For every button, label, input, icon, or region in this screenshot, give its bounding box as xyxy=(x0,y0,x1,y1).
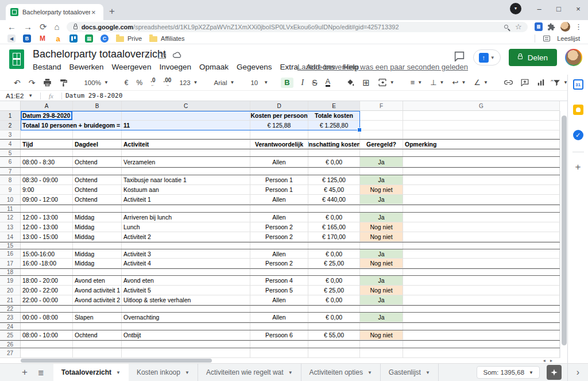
cell-B7[interactable] xyxy=(73,168,122,175)
cell-B19[interactable]: Avond eten xyxy=(73,276,122,286)
cell-A4[interactable]: Tijd xyxy=(21,140,73,149)
back-icon[interactable]: ← xyxy=(7,22,16,32)
cell-F11[interactable] xyxy=(360,205,403,212)
cell-E25[interactable]: € 55,00 xyxy=(308,330,360,340)
row-header-5[interactable]: 5 xyxy=(0,149,21,156)
cell-A7[interactable] xyxy=(21,168,73,175)
column-header-F[interactable]: F xyxy=(360,101,403,111)
cell-D15[interactable] xyxy=(250,243,308,249)
cell-F18[interactable] xyxy=(360,269,403,275)
cell-B20[interactable]: Avond activiteit 1 xyxy=(73,286,122,295)
bookmark-amazon[interactable]: a xyxy=(54,34,62,43)
cell-E2[interactable]: € 1.258,80 xyxy=(308,121,360,130)
cell-F16[interactable]: Ja xyxy=(360,249,403,259)
cell-C20[interactable]: Activiteit 5 xyxy=(122,286,250,295)
cell-G6[interactable] xyxy=(403,157,560,167)
cell-A27[interactable] xyxy=(21,348,73,358)
cell-G25[interactable] xyxy=(403,330,560,340)
move-to-folder-icon[interactable] xyxy=(158,51,166,61)
cloud-status-icon[interactable] xyxy=(173,51,182,61)
cell-E11[interactable] xyxy=(308,205,360,212)
reload-icon[interactable]: ⟳ xyxy=(40,22,47,32)
row-header-24[interactable]: 24 xyxy=(0,323,21,330)
cell-B25[interactable]: Ochtend xyxy=(73,330,122,340)
cell-D25[interactable]: Persoon 6 xyxy=(250,330,308,340)
tab-search-button[interactable]: ▾ xyxy=(510,3,521,14)
cell-A1[interactable]: Datum 29-8-2020 xyxy=(21,111,73,121)
cell-E1[interactable]: Totale kosten xyxy=(308,111,360,121)
cell-B9[interactable]: Ochtend xyxy=(73,185,122,195)
cell-A22[interactable] xyxy=(21,306,73,312)
cell-G10[interactable] xyxy=(403,195,560,205)
cell-A18[interactable] xyxy=(21,269,73,275)
cell-D6[interactable]: Allen xyxy=(250,157,308,167)
cell-F12[interactable]: Ja xyxy=(360,213,403,222)
cell-D26[interactable] xyxy=(250,341,308,348)
cell-D17[interactable]: Persoon 2 xyxy=(250,259,308,268)
name-box[interactable]: A1:E2▼ xyxy=(0,93,40,99)
cell-F19[interactable]: Ja xyxy=(360,276,403,286)
cell-G18[interactable] xyxy=(403,269,560,275)
cell-D22[interactable] xyxy=(250,306,308,312)
font-size-select[interactable]: 10▼ xyxy=(250,78,268,87)
column-header-A[interactable]: A xyxy=(21,101,73,111)
cell-F13[interactable]: Nog niet xyxy=(360,222,403,232)
row-header-11[interactable]: 11 xyxy=(0,205,21,212)
fill-color-icon[interactable] xyxy=(346,79,354,87)
cell-A21[interactable]: 22:00 - 00:00 xyxy=(21,295,73,305)
cell-G17[interactable] xyxy=(403,259,560,268)
cell-C10[interactable]: Activiteit 1 xyxy=(122,195,250,205)
cell-G9[interactable] xyxy=(403,185,560,195)
home-icon[interactable]: ⌂ xyxy=(55,22,60,32)
cell-B18[interactable] xyxy=(73,269,122,275)
row-header-22[interactable]: 22 xyxy=(0,306,21,312)
cell-D23[interactable]: Allen xyxy=(250,313,308,322)
cell-F2[interactable] xyxy=(360,121,403,130)
url-field[interactable]: docs.google.com/spreadsheets/d/1KL9pX2Zp… xyxy=(67,22,528,32)
cell-G20[interactable] xyxy=(403,286,560,295)
present-button[interactable]: ↑▼ xyxy=(473,49,501,66)
horizontal-scrollbar[interactable]: ◂ ▸ xyxy=(0,358,560,363)
cell-A3[interactable] xyxy=(21,130,73,139)
cell-G22[interactable] xyxy=(403,306,560,312)
zoom-page-icon[interactable] xyxy=(504,25,508,29)
cell-A24[interactable] xyxy=(21,323,73,330)
cell-E3[interactable] xyxy=(308,130,360,139)
browser-tab[interactable]: Bachelorparty totaaloverzicht - G × xyxy=(6,4,103,20)
row-header-20[interactable]: 20 xyxy=(0,286,21,295)
cell-G7[interactable] xyxy=(403,168,560,175)
cell-C22[interactable] xyxy=(122,306,250,312)
sheet-tab-kosten-inkoop[interactable]: Kosten inkoop▼ xyxy=(129,364,198,381)
decrease-decimals-icon[interactable]: .0← xyxy=(150,78,155,87)
row-header-15[interactable]: 15 xyxy=(0,243,21,249)
bookmark-star-icon[interactable]: ☆ xyxy=(515,22,522,31)
cell-F8[interactable]: Ja xyxy=(360,175,403,185)
cell-D13[interactable]: Persoon 2 xyxy=(250,222,308,232)
row-header-19[interactable]: 19 xyxy=(0,276,21,286)
cell-D20[interactable]: Persoon 5 xyxy=(250,286,308,295)
cell-G13[interactable] xyxy=(403,222,560,232)
strikethrough-icon[interactable]: S xyxy=(312,78,317,87)
select-all-corner[interactable] xyxy=(0,101,21,111)
cell-F17[interactable]: Nog niet xyxy=(360,259,403,268)
cell-F4[interactable]: Geregeld? xyxy=(360,140,403,149)
row-header-25[interactable]: 25 xyxy=(0,330,21,340)
cell-C23[interactable]: Overnachting xyxy=(122,313,250,322)
cell-B13[interactable]: Middag xyxy=(73,222,122,232)
menu-opmaak[interactable]: Opmaak xyxy=(195,61,233,72)
zoom-select[interactable]: 100%▼ xyxy=(84,78,108,87)
cell-D10[interactable]: Allen xyxy=(250,195,308,205)
font-select[interactable]: Arial▼ xyxy=(214,78,235,87)
merge-cells-icon[interactable]: ▼ xyxy=(378,78,394,87)
cell-A26[interactable] xyxy=(21,341,73,348)
cell-C19[interactable]: Avond eten xyxy=(122,276,250,286)
cell-E17[interactable]: € 25,00 xyxy=(308,259,360,268)
cell-G26[interactable] xyxy=(403,341,560,348)
row-header-4[interactable]: 4 xyxy=(0,140,21,149)
menu-invoegen[interactable]: Invoegen xyxy=(155,61,195,72)
cell-D9[interactable]: Persoon 1 xyxy=(250,185,308,195)
cell-E4[interactable]: Inschatting kosten xyxy=(308,140,360,149)
menu-gegevens[interactable]: Gegevens xyxy=(233,61,276,72)
print-icon[interactable] xyxy=(43,79,52,87)
cell-B23[interactable]: Slapen xyxy=(73,313,122,322)
